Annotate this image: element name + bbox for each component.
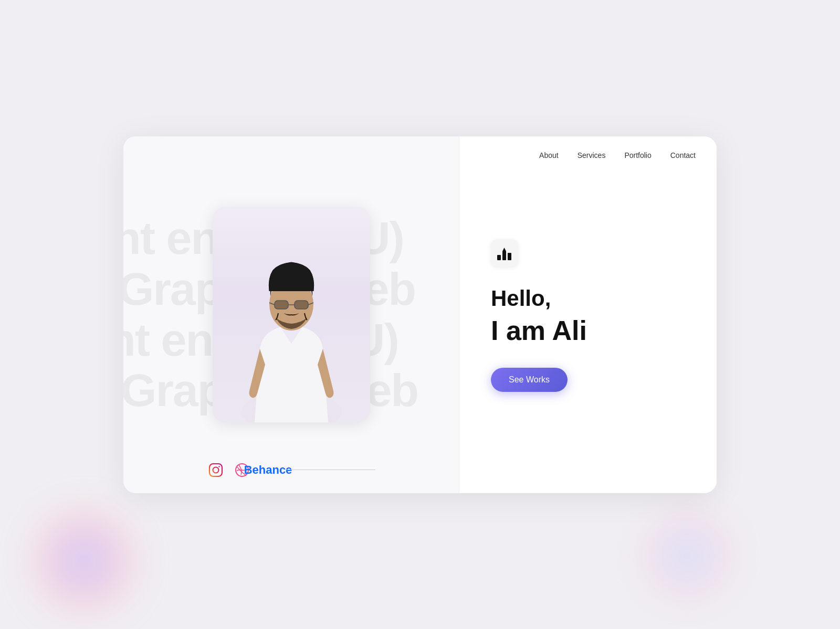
behance-icon[interactable]: Behance: [260, 462, 277, 478]
nav-portfolio[interactable]: Portfolio: [624, 151, 651, 159]
svg-point-9: [213, 467, 218, 473]
profile-photo-card: [213, 207, 370, 422]
hero-section: Hello, I am Ali See Works: [459, 159, 717, 493]
svg-rect-3: [275, 301, 288, 309]
svg-rect-12: [497, 255, 501, 260]
svg-rect-8: [209, 464, 222, 476]
svg-point-10: [218, 466, 219, 467]
logo-icon: [491, 239, 518, 266]
nav-about[interactable]: About: [539, 151, 559, 159]
svg-rect-4: [295, 301, 308, 309]
social-divider-line: [286, 470, 375, 470]
nav-services[interactable]: Services: [578, 151, 606, 159]
svg-rect-14: [508, 253, 511, 260]
left-panel: nt end UI & U) Graphics Web nt end UI & …: [123, 136, 459, 493]
svg-rect-13: [502, 251, 506, 260]
photo-inner: [213, 207, 370, 422]
navigation: About Services Portfolio Contact: [459, 136, 717, 159]
right-panel: About Services Portfolio Contact Hello,: [459, 136, 717, 493]
instagram-icon[interactable]: [207, 462, 224, 478]
greeting-text: Hello,: [491, 285, 685, 312]
social-bar: Behance: [207, 462, 375, 478]
svg-marker-15: [503, 248, 506, 251]
person-silhouette: [234, 223, 349, 422]
nav-contact[interactable]: Contact: [670, 151, 696, 159]
see-works-button[interactable]: See Works: [491, 368, 568, 392]
main-card: nt end UI & U) Graphics Web nt end UI & …: [123, 136, 717, 493]
behance-label: Behance: [244, 463, 292, 477]
name-text: I am Ali: [491, 314, 685, 347]
bar-chart-icon: [496, 246, 513, 260]
